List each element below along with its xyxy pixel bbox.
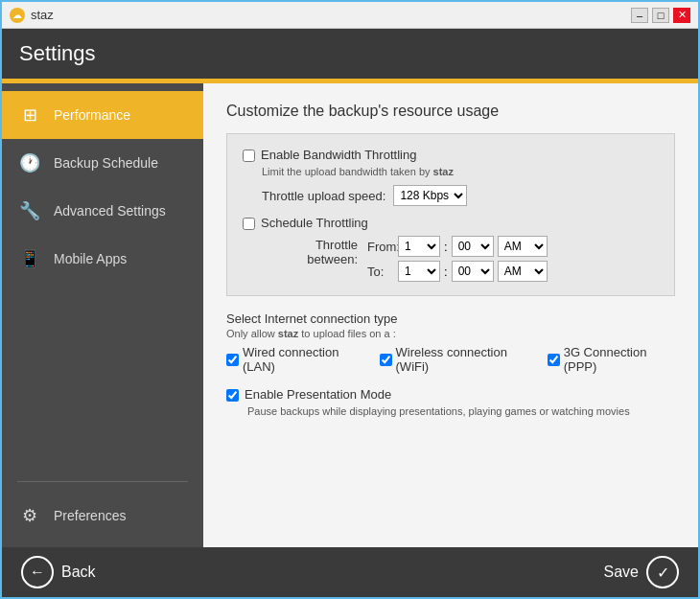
- bottom-bar: ← Back Save ✓: [2, 547, 698, 597]
- wifi-label: Wireless connection (WiFi): [396, 345, 534, 374]
- sidebar-spacer: [2, 283, 203, 472]
- throttle-speed-row: Throttle upload speed: 128 Kbps 256 Kbps…: [262, 185, 659, 206]
- title-bar: ☁ staz – □ ✕: [2, 2, 698, 29]
- sidebar-divider: [17, 481, 188, 482]
- presentation-checkbox[interactable]: [226, 389, 239, 402]
- bandwidth-throttle-row: Enable Bandwidth Throttling: [243, 148, 659, 162]
- time-group: From: 1234 5678 9101112 : 00153045: [367, 236, 548, 282]
- advanced-settings-icon: 🔧: [17, 198, 42, 223]
- app-icon: ☁: [10, 8, 25, 23]
- page-title: Settings: [19, 41, 96, 66]
- wired-checkbox[interactable]: [226, 354, 239, 366]
- sidebar-item-mobile-label: Mobile Apps: [54, 251, 127, 266]
- to-row: To: 1234 5678 9101112 : 00153045: [367, 261, 548, 282]
- bandwidth-throttle-checkbox[interactable]: [243, 150, 255, 162]
- presentation-section: Enable Presentation Mode Pause backups w…: [226, 387, 675, 417]
- from-label: From:: [367, 240, 394, 254]
- to-colon: :: [444, 265, 448, 279]
- save-button[interactable]: Save ✓: [604, 556, 679, 588]
- back-button[interactable]: ← Back: [21, 556, 96, 588]
- presentation-label: Enable Presentation Mode: [245, 387, 391, 402]
- sidebar-item-preferences-label: Preferences: [54, 508, 126, 523]
- preferences-icon: ⚙: [17, 503, 42, 528]
- to-min-select[interactable]: 00153045: [452, 261, 494, 282]
- window-controls: – □ ✕: [631, 8, 690, 23]
- bandwidth-sub-label: Limit the upload bandwidth taken by staz: [262, 166, 659, 177]
- main-window: ☁ staz – □ ✕ Settings ⊞ Performance 🕐 Ba…: [0, 0, 700, 599]
- back-label: Back: [61, 564, 96, 581]
- from-ampm-select[interactable]: AMPM: [498, 236, 548, 257]
- maximize-button[interactable]: □: [652, 8, 669, 23]
- back-icon: ←: [21, 556, 54, 588]
- save-icon: ✓: [646, 556, 679, 588]
- from-hour-select[interactable]: 1234 5678 9101112: [398, 236, 440, 257]
- backup-schedule-icon: 🕐: [17, 150, 42, 175]
- internet-sub: Only allow staz to upload files on a :: [226, 328, 675, 339]
- wired-option: Wired connection (LAN): [226, 345, 366, 374]
- wifi-option: Wireless connection (WiFi): [380, 345, 534, 374]
- wifi-checkbox[interactable]: [380, 354, 392, 366]
- internet-options: Wired connection (LAN) Wireless connecti…: [226, 345, 675, 374]
- throttle-between-label: Throttle between:: [262, 236, 367, 282]
- sidebar: ⊞ Performance 🕐 Backup Schedule 🔧 Advanc…: [2, 83, 203, 547]
- sidebar-item-advanced-settings[interactable]: 🔧 Advanced Settings: [2, 187, 203, 235]
- close-button[interactable]: ✕: [673, 8, 690, 23]
- header: Settings: [2, 29, 698, 79]
- 3g-checkbox[interactable]: [548, 354, 560, 366]
- 3g-option: 3G Connection (PPP): [548, 345, 675, 374]
- title-bar-left: ☁ staz: [10, 8, 54, 23]
- throttle-between-section: Throttle between: From: 1234 5678 910111…: [262, 236, 659, 282]
- mobile-apps-icon: 📱: [17, 246, 42, 271]
- from-row: From: 1234 5678 9101112 : 00153045: [367, 236, 548, 257]
- bandwidth-throttle-label: Enable Bandwidth Throttling: [261, 148, 416, 162]
- internet-section: Select Internet connection type Only all…: [226, 311, 675, 374]
- to-hour-select[interactable]: 1234 5678 9101112: [398, 261, 440, 282]
- throttle-speed-select[interactable]: 128 Kbps 256 Kbps 512 Kbps 1 Mbps: [393, 185, 467, 206]
- content-area: Customize the backup's resource usage En…: [203, 83, 698, 547]
- sidebar-item-backup-label: Backup Schedule: [54, 155, 158, 171]
- sidebar-item-mobile-apps[interactable]: 📱 Mobile Apps: [2, 235, 203, 283]
- presentation-sub: Pause backups while displaying presentat…: [247, 405, 675, 417]
- throttle-speed-label: Throttle upload speed:: [262, 189, 385, 203]
- performance-icon: ⊞: [17, 103, 42, 127]
- wired-label: Wired connection (LAN): [243, 345, 366, 374]
- from-min-select[interactable]: 00153045: [452, 236, 494, 257]
- presentation-row: Enable Presentation Mode: [226, 387, 675, 402]
- bandwidth-panel: Enable Bandwidth Throttling Limit the up…: [226, 133, 675, 296]
- to-ampm-select[interactable]: AMPM: [498, 261, 548, 282]
- schedule-throttle-checkbox[interactable]: [243, 218, 255, 230]
- schedule-throttle-row: Schedule Throttling: [243, 216, 659, 230]
- sidebar-item-performance[interactable]: ⊞ Performance: [2, 91, 203, 139]
- sidebar-item-advanced-label: Advanced Settings: [54, 203, 166, 219]
- schedule-throttle-label: Schedule Throttling: [261, 216, 368, 230]
- window-title: staz: [31, 8, 54, 22]
- save-label: Save: [604, 564, 639, 581]
- minimize-button[interactable]: –: [631, 8, 648, 23]
- 3g-label: 3G Connection (PPP): [564, 345, 675, 374]
- sidebar-item-preferences[interactable]: ⚙ Preferences: [2, 492, 203, 540]
- from-colon: :: [444, 240, 448, 254]
- main-area: ⊞ Performance 🕐 Backup Schedule 🔧 Advanc…: [2, 83, 698, 547]
- sidebar-item-performance-label: Performance: [54, 107, 130, 123]
- to-label: To:: [367, 265, 394, 279]
- sidebar-item-backup-schedule[interactable]: 🕐 Backup Schedule: [2, 139, 203, 187]
- internet-title: Select Internet connection type: [226, 311, 675, 326]
- section-title: Customize the backup's resource usage: [226, 103, 675, 120]
